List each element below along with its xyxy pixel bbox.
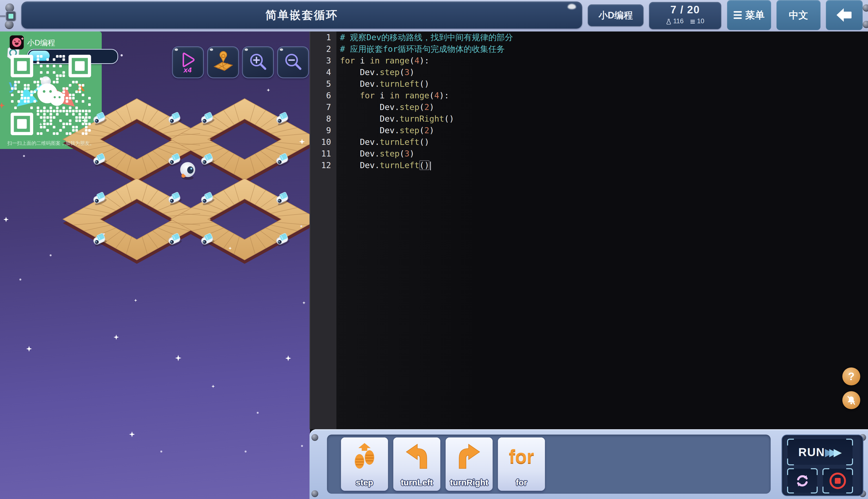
title-bar: 简单嵌套循环	[21, 1, 582, 28]
block-step[interactable]: step	[341, 437, 388, 491]
level-stats: 116 10	[649, 17, 721, 25]
line-number: 8	[310, 113, 336, 124]
svg-text:x4: x4	[183, 66, 192, 74]
speed-button[interactable]: x4	[172, 46, 204, 78]
shine-decor	[568, 4, 576, 9]
code-line[interactable]: Dev.step(2)	[340, 101, 868, 113]
turn-left-icon	[393, 439, 440, 473]
line-number: 4	[310, 66, 336, 78]
fast-forward-icon: ▶▶▶	[829, 446, 842, 458]
zoom-in-button[interactable]	[242, 46, 274, 78]
block-turnleft[interactable]: turnLeft	[393, 437, 440, 491]
block-for[interactable]: for for	[498, 437, 545, 491]
block-label: for	[498, 478, 545, 487]
code-line[interactable]: for i in range(4):	[340, 90, 868, 101]
dot-decor	[300, 225, 302, 227]
game-viewport[interactable]: x4 y x	[0, 32, 310, 499]
dot-decor	[245, 451, 247, 452]
qr-app-name: 小D编程	[27, 38, 55, 48]
help-button[interactable]: ?	[842, 367, 860, 386]
bolt-icon	[311, 490, 318, 497]
code-line[interactable]: # 应用嵌套for循环语句完成物体的收集任务	[340, 43, 868, 55]
dot-decor	[257, 412, 259, 414]
code-line[interactable]: Dev.turnRight()	[340, 113, 868, 124]
bell-off-icon	[846, 394, 857, 406]
list-stat: 10	[690, 17, 705, 25]
bolt-icon	[5, 3, 14, 12]
map-button[interactable]	[207, 46, 239, 78]
bolt-icon	[863, 4, 868, 12]
flask-icon	[666, 19, 671, 25]
code-line[interactable]: Dev.step(2)	[340, 124, 868, 136]
code-line[interactable]: Dev.step(3)	[340, 148, 868, 159]
line-number: 12	[310, 159, 336, 171]
code-editor[interactable]: 123456789101112 # 观察Dev的移动路线，找到中间有规律的部分#…	[310, 32, 868, 429]
code-line[interactable]: for i in range(4):	[340, 55, 868, 66]
code-line[interactable]: # 观察Dev的移动路线，找到中间有规律的部分	[340, 32, 868, 43]
zoom-in-icon	[247, 51, 269, 73]
question-icon: ?	[848, 370, 855, 382]
block-toolbar: step turnLeft turnRight for for	[310, 429, 868, 499]
back-button[interactable]	[826, 0, 863, 30]
block-label: step	[341, 478, 388, 487]
turn-right-icon	[446, 439, 493, 473]
dot-decor	[20, 279, 21, 280]
stop-icon	[830, 473, 846, 489]
hamburger-icon	[734, 10, 742, 21]
sparkle-icon: ✦	[20, 36, 24, 42]
speed-x4-icon: x4	[177, 51, 199, 74]
wechat-icon	[37, 83, 64, 106]
list-count: 10	[697, 17, 704, 25]
code-area[interactable]: # 观察Dev的移动路线，找到中间有规律的部分# 应用嵌套for循环语句完成物体…	[336, 32, 868, 429]
code-line[interactable]: Dev.turnLeft()	[340, 159, 868, 171]
block-turnright[interactable]: turnRight	[446, 437, 493, 491]
line-number: 5	[310, 78, 336, 90]
top-bar: 简单嵌套循环 小D编程 7 / 20 116 10 菜单 中文	[0, 0, 868, 32]
frame-wire	[0, 15, 7, 17]
dot-decor	[50, 254, 52, 256]
menu-label: 菜单	[745, 9, 765, 22]
bolt-icon	[311, 434, 318, 441]
step-icon	[341, 439, 388, 473]
map-icon	[212, 51, 234, 73]
flask-count: 116	[673, 17, 683, 25]
line-number: 6	[310, 90, 336, 101]
language-label: 中文	[789, 9, 808, 22]
code-line[interactable]: Dev.turnLeft()	[340, 78, 868, 90]
bolt-icon	[863, 21, 868, 28]
list-icon	[690, 19, 695, 24]
level-progress-button[interactable]: 7 / 20 116 10	[649, 2, 721, 29]
menu-button[interactable]: 菜单	[727, 0, 771, 30]
qr-caption: 扫一扫上面的二维码图案，加我为朋友。	[0, 140, 102, 147]
platform-ring	[171, 179, 310, 260]
app-avatar: ✦	[10, 35, 24, 49]
reset-icon	[795, 473, 810, 488]
gutter: 123456789101112	[310, 32, 336, 429]
block-label: turnLeft	[393, 478, 440, 487]
text-cursor	[430, 161, 431, 170]
run-panel: RUN ▶▶▶	[782, 435, 864, 496]
code-line[interactable]: Dev.step(3)	[340, 66, 868, 78]
dot-decor	[160, 451, 162, 452]
line-number: 7	[310, 101, 336, 113]
code-line[interactable]: Dev.turnLeft()	[340, 136, 868, 148]
winking-face-icon	[12, 38, 21, 47]
dot-decor	[301, 445, 303, 447]
language-button[interactable]: 中文	[777, 0, 820, 30]
bell-off-button[interactable]	[842, 391, 860, 409]
run-button[interactable]: RUN ▶▶▶	[788, 439, 853, 465]
dot-decor	[23, 155, 25, 157]
dot-decor	[103, 233, 105, 235]
run-label: RUN	[798, 446, 825, 459]
flask-stat: 116	[666, 17, 684, 25]
block-tray: step turnLeft turnRight for for	[327, 435, 771, 494]
for-icon: for	[509, 446, 534, 467]
dev-character	[181, 162, 195, 180]
reset-button[interactable]	[788, 469, 817, 493]
stop-button[interactable]	[823, 469, 853, 493]
line-number: 2	[310, 43, 336, 55]
zoom-out-button[interactable]	[277, 46, 309, 78]
app-name-button[interactable]: 小D编程	[588, 4, 644, 26]
bolt-icon	[5, 20, 14, 29]
page-title: 简单嵌套循环	[21, 1, 582, 28]
